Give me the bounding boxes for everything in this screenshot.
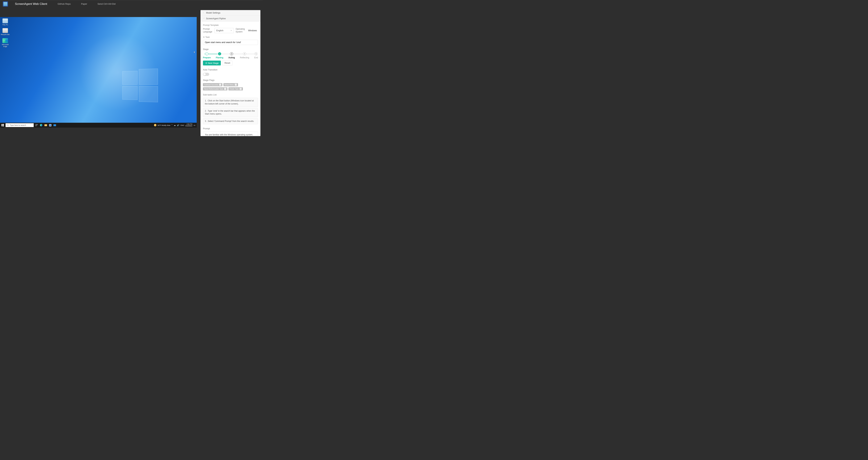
mail-icon: [54, 124, 56, 126]
subtasks-label: Sub-tasks List: [203, 94, 258, 96]
volume-icon[interactable]: 🔊: [177, 124, 179, 126]
flag-state-icon: [235, 84, 237, 86]
section-pipeline[interactable]: 〉 ScreenAgent Pipline: [200, 16, 260, 22]
step-label: Planing: [216, 56, 223, 59]
weather-text[interactable]: 56°F Mostly clear: [158, 124, 170, 126]
os-value: Windows: [247, 29, 258, 32]
desktop-icon-edge[interactable]: Microsoft Edge: [0, 38, 10, 48]
stage-stepper: ✓ Prepare ✓ Planing 3 Acting 4 Reflectin…: [203, 52, 258, 59]
os-label: Operating System: [236, 28, 245, 33]
svg-rect-8: [36, 125, 36, 126]
svg-rect-2: [1, 125, 2, 126]
flag-subtask-success[interactable]: Subtask Success: [203, 83, 222, 86]
svg-rect-7: [37, 124, 38, 125]
stage-label: Stage: [203, 48, 258, 51]
subtask-item[interactable]: 2 . Type 'cmd' in the search bar that ap…: [203, 108, 258, 117]
windows-logo-icon: [122, 68, 158, 102]
svg-line-5: [8, 125, 9, 126]
reset-button[interactable]: Reset: [222, 61, 232, 65]
taskbar-search[interactable]: Type here to search: [5, 123, 34, 127]
search-icon: [7, 124, 9, 126]
subtask-item[interactable]: 3 . Select 'Command Prompt' from the sea…: [203, 118, 258, 124]
chevron-right-icon: 〉: [203, 12, 205, 14]
svg-point-4: [7, 124, 8, 125]
tray-chevron-icon[interactable]: ˄: [172, 124, 173, 126]
flag-finish-task[interactable]: Finish Task: [228, 87, 243, 90]
desktop-icon-label: Recycle Bin: [0, 33, 10, 35]
prompt-template-label: Prompt Template: [203, 24, 258, 26]
topbar: ScreenAgent Web Client GitHub Repo Paper…: [0, 0, 263, 8]
app-title: ScreenAgent Web Client: [15, 2, 47, 6]
flag-state-icon: [224, 88, 226, 90]
panel-body: Prompt Template Prompt Language English …: [200, 22, 260, 136]
desktop-icon-this-pc[interactable]: This PC: [0, 19, 10, 26]
flag-state-icon: [219, 84, 221, 86]
taskbar: Type here to search 56°F Mostly clear ˄ …: [0, 123, 197, 128]
task-input[interactable]: [203, 40, 258, 45]
stage-acting: 3 Acting: [228, 52, 235, 59]
step-circle: 3: [230, 52, 233, 55]
pinned-explorer[interactable]: [44, 123, 48, 127]
edge-icon: [2, 38, 8, 43]
pinned-store[interactable]: [48, 123, 52, 127]
stage-end: 5 End: [254, 52, 258, 59]
flag-need-retry[interactable]: Need Retry: [223, 83, 238, 86]
subtask-item[interactable]: 1 . Click on the Start button (Windows i…: [203, 98, 258, 107]
link-paper[interactable]: Paper: [81, 3, 87, 5]
step-circle: ✓: [205, 52, 208, 55]
section-title: ScreenAgent Pipline: [206, 18, 226, 20]
edge-icon: [40, 124, 42, 126]
step-label: End: [254, 56, 258, 59]
link-github[interactable]: GitHub Repo: [58, 3, 71, 5]
taskbar-clock[interactable]: 4:56 PM 5/18/2024: [185, 123, 192, 127]
stage-flags: Subtask Success Need Retry Need Reformul…: [203, 83, 258, 90]
pinned-mail[interactable]: [53, 123, 57, 127]
onedrive-icon[interactable]: ☁: [174, 124, 176, 126]
taskbar-tray: 56°F Mostly clear ˄ ☁ 🔊 ENG 4:56 PM 5/18…: [154, 123, 197, 127]
search-placeholder: Type here to search: [10, 124, 26, 126]
flag-need-reformulate[interactable]: Need Reformulate Task: [203, 87, 227, 90]
step-circle: 5: [254, 52, 258, 55]
remote-desktop[interactable]: This PC Recycle Bin Microsoft Edge: [0, 17, 197, 128]
desktop-icon-recycle-bin[interactable]: Recycle Bin: [0, 28, 10, 35]
auto-transition-toggle[interactable]: [203, 73, 209, 76]
prompt-text: You are familiar with the Windows operat…: [203, 131, 258, 136]
start-button[interactable]: [0, 123, 5, 128]
svg-rect-1: [3, 124, 4, 125]
windows-start-icon: [1, 124, 4, 126]
task-view-button[interactable]: [35, 123, 38, 127]
topbar-links: GitHub Repo Paper Send Ctrl+Alt+Del: [58, 3, 116, 5]
chevron-down-icon: 〉: [203, 18, 205, 20]
auto-transition-label: Auto Transition: [203, 68, 258, 71]
task-view-icon: [35, 124, 38, 126]
chip-label: Subtask Success: [204, 84, 218, 86]
step-label: Reflecting: [240, 56, 249, 59]
notifications-icon[interactable]: ▭: [193, 124, 195, 126]
svg-rect-0: [1, 124, 2, 125]
pc-icon: [2, 19, 8, 23]
task-label: ① Task: [203, 36, 258, 38]
language-indicator[interactable]: ENG: [181, 124, 184, 126]
store-icon: [49, 124, 51, 126]
chip-label: Finish Task: [230, 88, 239, 90]
chevron-down-icon: ▼: [230, 30, 232, 31]
desktop-icon-label: This PC: [0, 24, 10, 26]
taskbar-pinned: [35, 123, 57, 127]
prompt-language-label: Prompt Language: [203, 28, 213, 33]
section-title: Model Settings: [206, 12, 220, 14]
pinned-edge[interactable]: [39, 123, 43, 127]
prompt-label: Prompt: [203, 127, 258, 130]
step-label: Prepare: [203, 56, 211, 59]
link-send-cad[interactable]: Send Ctrl+Alt+Del: [98, 3, 116, 5]
button-label: ② Next Stage: [205, 62, 219, 64]
next-stage-button[interactable]: ② Next Stage: [203, 61, 221, 65]
language-select[interactable]: English ▼: [214, 28, 234, 33]
stage-reflecting: 4 Reflecting: [240, 52, 249, 59]
section-model-settings[interactable]: 〉 Model Settings: [200, 10, 260, 16]
stage-planning: ✓ Planing: [216, 52, 223, 59]
step-circle: ✓: [218, 52, 221, 55]
app-logo-icon: [3, 1, 8, 7]
chip-label: Need Reformulate Task: [204, 88, 223, 90]
chip-label: Need Retry: [225, 84, 234, 86]
svg-rect-6: [36, 124, 36, 125]
